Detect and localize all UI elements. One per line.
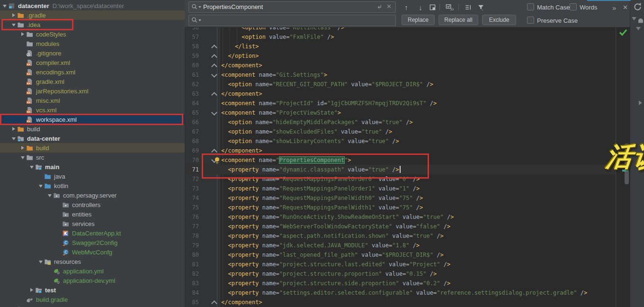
fold-expanded-icon[interactable] bbox=[211, 109, 217, 116]
tree-item-.idea[interactable]: .idea bbox=[0, 20, 185, 29]
refresh-icon[interactable] bbox=[633, 2, 642, 13]
match-case-checkbox[interactable] bbox=[527, 3, 534, 10]
code-line-63[interactable]: 63</component> bbox=[185, 89, 616, 99]
editor-pane[interactable]: 56 <option value="KotlinClass" />57 <opt… bbox=[185, 0, 616, 307]
newline-icon[interactable] bbox=[376, 4, 382, 11]
search-field[interactable]: PropertiesComponent ✕ bbox=[188, 1, 396, 13]
expand-arrow-icon[interactable] bbox=[19, 32, 26, 36]
tree-item-jarRepositories.xml[interactable]: <>jarRepositories.xml bbox=[0, 86, 185, 96]
code-line-77[interactable]: 77 <property name="WebServerToolWindowFa… bbox=[185, 222, 616, 231]
replace-field[interactable] bbox=[188, 15, 396, 26]
preserve-case-checkbox[interactable] bbox=[527, 17, 534, 24]
tree-item-misc.xml[interactable]: <>misc.xml bbox=[0, 96, 185, 105]
collapse-arrow-icon[interactable] bbox=[1, 2, 8, 9]
tree-item-compiler.xml[interactable]: <>compiler.xml bbox=[0, 58, 185, 67]
code-line-78[interactable]: 78 <property name="aspect.path.notificat… bbox=[185, 231, 616, 241]
code-line-57[interactable]: 57 <option value="FxmlFile" /> bbox=[185, 32, 616, 42]
code-line-79[interactable]: 79 <property name="jdk.selected.JAVA_MOD… bbox=[185, 241, 616, 250]
search-icon[interactable] bbox=[191, 3, 201, 10]
expand-arrow-icon[interactable] bbox=[10, 13, 17, 17]
collapse-arrow-icon[interactable] bbox=[19, 154, 26, 161]
collapse-arrow-icon[interactable] bbox=[28, 163, 35, 171]
search-filter-funnel-button[interactable] bbox=[474, 1, 487, 13]
code-line-75[interactable]: 75 <property name="RequestMappingsPanelW… bbox=[185, 203, 616, 212]
tree-item-workspace.xml[interactable]: <>workspace.xml bbox=[0, 115, 185, 124]
clear-search-icon[interactable]: ✕ bbox=[386, 3, 392, 10]
code-line-65[interactable]: 65<component name="ProjectViewState"> bbox=[185, 108, 616, 117]
tree-item-build[interactable]: build bbox=[0, 124, 185, 134]
editor-scrollbar-area[interactable] bbox=[616, 27, 630, 307]
fold-collapsed-icon[interactable] bbox=[211, 149, 217, 155]
tree-item-controllers[interactable]: controllers bbox=[0, 200, 185, 209]
select-all-occurrences-button[interactable]: XX bbox=[443, 1, 456, 13]
tree-item-application-dev.yml[interactable]: application-dev.yml bbox=[0, 276, 185, 285]
tree-item-services[interactable]: services bbox=[0, 219, 185, 228]
tree-item-datacenter[interactable]: datacenterD:\work_space\datacenter bbox=[0, 1, 185, 10]
preserve-case-label[interactable]: Preserve Case bbox=[537, 17, 578, 24]
exclude-button[interactable]: Exclude bbox=[482, 15, 516, 25]
open-in-find-window-button[interactable] bbox=[426, 1, 438, 13]
expand-arrow-icon[interactable] bbox=[19, 146, 26, 150]
code-line-59[interactable]: 59 </option> bbox=[185, 51, 616, 61]
tree-item-com.persagy.server[interactable]: com.persagy.server bbox=[0, 190, 185, 200]
code-line-67[interactable]: 67 <option name="showExcludedFiles" valu… bbox=[185, 127, 616, 136]
tree-item-resources[interactable]: resources bbox=[0, 257, 185, 266]
dropdown-triangle-icon[interactable] bbox=[636, 27, 641, 33]
code-line-70[interactable]: 70<component name="PropertiesComponent"> bbox=[185, 155, 616, 165]
collapse-arrow-icon[interactable] bbox=[46, 192, 53, 199]
code-line-74[interactable]: 74 <property name="RequestMappingsPanelW… bbox=[185, 193, 616, 203]
code-line-64[interactable]: 64<component name="ProjectId" id="1gjCbU… bbox=[185, 99, 616, 108]
replace-all-button[interactable]: Replace all bbox=[438, 15, 478, 25]
collapse-arrow-icon[interactable] bbox=[37, 182, 44, 190]
dropdown-triangle-icon[interactable] bbox=[632, 17, 636, 23]
expand-right-triangle-icon[interactable] bbox=[639, 100, 644, 105]
fold-collapsed-icon[interactable] bbox=[211, 300, 217, 307]
search-match-marker[interactable] bbox=[622, 170, 628, 172]
code-line-71[interactable]: 71 <property name="dynamic.classpath" va… bbox=[185, 165, 616, 174]
code-line-83[interactable]: 83 <property name="project.structure.sid… bbox=[185, 279, 616, 288]
tree-item-main[interactable]: main bbox=[0, 162, 185, 172]
tree-item-partial[interactable] bbox=[0, 304, 185, 307]
more-options-chevron[interactable]: » bbox=[612, 4, 616, 12]
code-line-84[interactable]: 84 <property name="settings.editor.selec… bbox=[185, 288, 616, 298]
fold-collapsed-icon[interactable] bbox=[211, 45, 217, 51]
inspections-ok-check-icon[interactable] bbox=[618, 28, 628, 38]
replace-button[interactable]: Replace bbox=[402, 15, 435, 25]
collapse-arrow-icon[interactable] bbox=[10, 21, 17, 28]
tree-item-modules[interactable]: modules bbox=[0, 39, 185, 48]
fold-collapsed-icon[interactable] bbox=[211, 54, 217, 60]
code-line-69[interactable]: 69</component> bbox=[185, 146, 616, 155]
tree-item-codeStyles[interactable]: codeStyles bbox=[0, 29, 185, 39]
tree-item-test[interactable]: test bbox=[0, 285, 185, 295]
close-find-bar-icon[interactable]: ✕ bbox=[623, 4, 628, 11]
tree-item-Swagger2Config[interactable]: CSwagger2Config bbox=[0, 238, 185, 247]
code-line-62[interactable]: 62 <option name="RECENT_GIT_ROOT_PATH" v… bbox=[185, 80, 616, 89]
tree-item-kotlin[interactable]: kotlin bbox=[0, 181, 185, 190]
collapse-arrow-icon[interactable] bbox=[37, 258, 44, 265]
tree-item-data-center[interactable]: data-center bbox=[0, 134, 185, 143]
tree-item-build[interactable]: build bbox=[0, 143, 185, 153]
match-case-label[interactable]: Match Case bbox=[537, 4, 570, 11]
fold-expanded-icon[interactable] bbox=[211, 72, 217, 78]
fold-collapsed-icon[interactable] bbox=[211, 63, 217, 70]
intention-bulb-icon[interactable] bbox=[215, 157, 219, 162]
tree-item-gradle.xml[interactable]: <>gradle.xml bbox=[0, 77, 185, 86]
replace-search-icon[interactable] bbox=[191, 17, 201, 23]
words-label[interactable]: Words bbox=[580, 4, 597, 11]
code-line-60[interactable]: 60</component> bbox=[185, 61, 616, 70]
code-line-81[interactable]: 81 <property name="project.structure.las… bbox=[185, 260, 616, 269]
tree-item-.gradle[interactable]: .gradle bbox=[0, 10, 185, 20]
tree-item-build.gradle[interactable]: build.gradle bbox=[0, 295, 185, 304]
search-query-text[interactable]: PropertiesComponent bbox=[203, 2, 263, 12]
code-line-61[interactable]: 61<component name="Git.Settings"> bbox=[185, 70, 616, 80]
expand-arrow-icon[interactable] bbox=[28, 288, 35, 292]
next-occurrence-button[interactable]: ↓ bbox=[414, 1, 427, 13]
tree-item-vcs.xml[interactable]: <>vcs.xml bbox=[0, 105, 185, 115]
tree-item-application.yml[interactable]: application.yml bbox=[0, 266, 185, 276]
code-line-72[interactable]: 72 <property name="RequestMappingsPanelO… bbox=[185, 174, 616, 184]
code-line-76[interactable]: 76 <property name="RunOnceActivity.ShowR… bbox=[185, 212, 616, 222]
expand-arrow-icon[interactable] bbox=[10, 127, 17, 131]
tree-item-.gitignore[interactable]: .gitignore bbox=[0, 48, 185, 58]
collapse-arrow-icon[interactable] bbox=[10, 135, 17, 142]
tree-item-entities[interactable]: entities bbox=[0, 209, 185, 219]
